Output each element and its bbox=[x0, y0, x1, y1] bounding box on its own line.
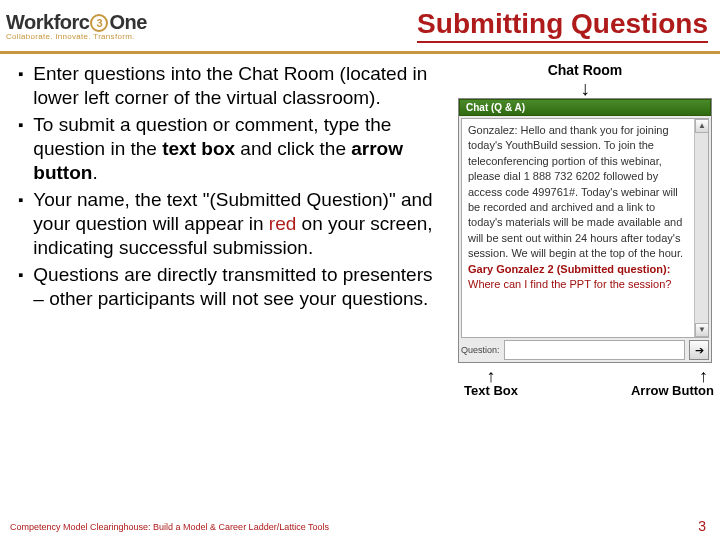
text-box-callout: ↑ Text Box bbox=[464, 369, 518, 398]
t: text box bbox=[162, 138, 235, 159]
logo-tagline: Collaborate. Innovate. Transform. bbox=[6, 32, 147, 41]
bullet-text: Enter questions into the Chat Room (loca… bbox=[33, 62, 448, 111]
chat-panel-title: Chat (Q & A) bbox=[459, 99, 711, 116]
chat-room-label: Chat Room bbox=[458, 62, 712, 78]
page-title: Submitting Questions bbox=[417, 8, 708, 43]
page-number: 3 bbox=[698, 518, 706, 534]
footer-text: Competency Model Clearinghouse: Build a … bbox=[10, 522, 329, 532]
chat-submitted-question: Where can I find the PPT for the session… bbox=[468, 278, 671, 290]
arrow-down-icon: ↓ bbox=[458, 78, 712, 98]
text-box-label: Text Box bbox=[464, 383, 518, 398]
submit-arrow-button[interactable]: ➔ bbox=[689, 340, 709, 360]
bullet-text: To submit a question or comment, type th… bbox=[33, 113, 448, 186]
logo-three-icon: 3 bbox=[90, 14, 108, 32]
arrow-up-icon: ↑ bbox=[464, 369, 518, 383]
bullet-text: Your name, the text "(Submitted Question… bbox=[33, 188, 448, 261]
logo-text: Workforc3One bbox=[6, 11, 147, 34]
logo-word-b: One bbox=[109, 11, 146, 33]
list-item: Your name, the text "(Submitted Question… bbox=[18, 188, 448, 261]
question-input[interactable] bbox=[504, 340, 685, 360]
list-item: Questions are directly transmitted to pr… bbox=[18, 263, 448, 312]
bullet-column: Enter questions into the Chat Room (loca… bbox=[18, 62, 448, 363]
list-item: Enter questions into the Chat Room (loca… bbox=[18, 62, 448, 111]
chat-body: Gonzalez: Hello and thank you for joinin… bbox=[461, 118, 709, 338]
t: . bbox=[92, 162, 97, 183]
main-content: Enter questions into the Chat Room (loca… bbox=[0, 54, 720, 363]
header-bar: Workforc3One Collaborate. Innovate. Tran… bbox=[0, 0, 720, 54]
scrollbar[interactable]: ▲ ▼ bbox=[694, 119, 708, 337]
arrow-up-icon: ↑ bbox=[631, 369, 714, 383]
bottom-callouts: ↑ Text Box ↑ Arrow Button bbox=[458, 369, 712, 398]
arrow-button-callout: ↑ Arrow Button bbox=[631, 369, 714, 398]
chat-message: Gonzalez: Hello and thank you for joinin… bbox=[468, 124, 683, 259]
logo-word-a: Workforc bbox=[6, 11, 89, 33]
chat-submitted-name: Gary Gonzalez 2 (Submitted question): bbox=[468, 263, 670, 275]
scroll-up-icon[interactable]: ▲ bbox=[695, 119, 709, 133]
logo: Workforc3One Collaborate. Innovate. Tran… bbox=[6, 11, 147, 41]
input-label: Question: bbox=[461, 345, 500, 355]
chat-panel: Chat (Q & A) Gonzalez: Hello and thank y… bbox=[458, 98, 712, 363]
bullet-list: Enter questions into the Chat Room (loca… bbox=[18, 62, 448, 311]
bullet-text: Questions are directly transmitted to pr… bbox=[33, 263, 448, 312]
arrow-button-label: Arrow Button bbox=[631, 383, 714, 398]
chat-illustration: Chat Room ↓ Chat (Q & A) Gonzalez: Hello… bbox=[458, 62, 712, 363]
t: red bbox=[269, 213, 296, 234]
list-item: To submit a question or comment, type th… bbox=[18, 113, 448, 186]
scroll-down-icon[interactable]: ▼ bbox=[695, 323, 709, 337]
chat-input-row: Question: ➔ bbox=[461, 340, 709, 360]
t: and click the bbox=[235, 138, 351, 159]
